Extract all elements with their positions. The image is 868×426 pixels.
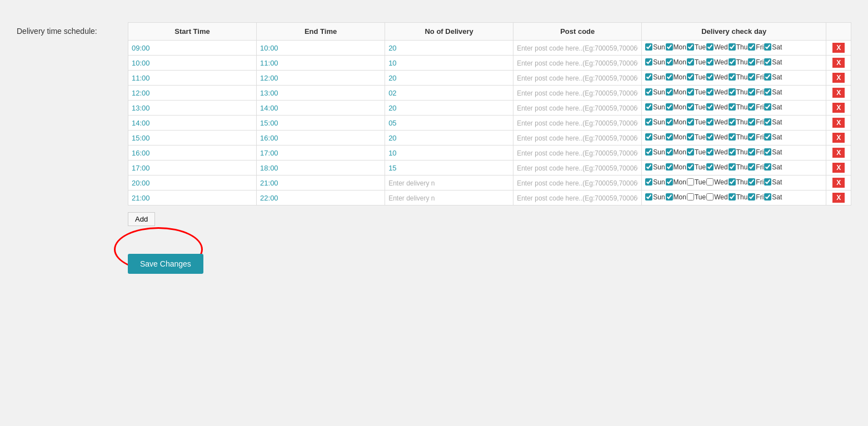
row-3-no-delivery-input[interactable] — [388, 89, 510, 97]
row-1-day-fri-checkbox[interactable] — [748, 58, 755, 66]
row-6-day-tue-checkbox[interactable] — [687, 133, 694, 141]
row-6-day-sun-checkbox[interactable] — [645, 133, 652, 141]
row-5-day-mon-checkbox[interactable] — [666, 118, 673, 126]
row-6-delete-button[interactable]: X — [832, 133, 845, 143]
row-1-delete-button[interactable]: X — [832, 58, 845, 68]
row-8-day-wed-checkbox[interactable] — [706, 163, 714, 171]
row-10-start-time[interactable] — [128, 191, 257, 206]
row-8-start-time[interactable] — [128, 161, 257, 176]
row-8-end-time-input[interactable] — [260, 164, 381, 172]
row-2-end-time-input[interactable] — [260, 74, 381, 82]
row-4-day-tue-checkbox[interactable] — [687, 103, 694, 111]
row-6-day-sat-checkbox[interactable] — [764, 133, 771, 141]
row-7-start-time-input[interactable] — [132, 149, 253, 157]
save-button[interactable]: Save Changes — [128, 254, 203, 274]
row-8-start-time-input[interactable] — [132, 164, 253, 172]
row-7-postcode-input[interactable] — [517, 149, 638, 157]
row-6-day-fri-checkbox[interactable] — [748, 133, 755, 141]
row-9-no-delivery-input[interactable] — [388, 179, 510, 187]
row-4-end-time[interactable] — [257, 101, 385, 116]
row-3-no-delivery[interactable] — [385, 86, 513, 101]
row-0-postcode-input[interactable] — [517, 44, 638, 52]
row-4-no-delivery-input[interactable] — [388, 104, 510, 112]
row-0-no-delivery[interactable] — [385, 41, 513, 56]
row-6-day-mon-checkbox[interactable] — [666, 133, 673, 141]
row-0-day-wed-checkbox[interactable] — [706, 43, 714, 51]
row-8-day-sat-checkbox[interactable] — [764, 163, 771, 171]
row-5-day-wed-checkbox[interactable] — [706, 118, 714, 126]
row-4-no-delivery[interactable] — [385, 101, 513, 116]
row-1-no-delivery-input[interactable] — [388, 59, 510, 67]
row-4-postcode-input[interactable] — [517, 104, 638, 112]
row-2-end-time[interactable] — [257, 71, 385, 86]
row-8-day-sun-checkbox[interactable] — [645, 163, 652, 171]
row-7-day-wed-checkbox[interactable] — [706, 148, 714, 156]
row-4-day-sat-checkbox[interactable] — [764, 103, 771, 111]
row-3-day-sun-checkbox[interactable] — [645, 88, 652, 96]
row-5-end-time-input[interactable] — [260, 119, 381, 127]
row-1-day-thu-checkbox[interactable] — [729, 58, 736, 66]
row-7-no-delivery[interactable] — [385, 146, 513, 161]
row-0-start-time[interactable] — [128, 41, 257, 56]
row-1-day-sat-checkbox[interactable] — [764, 58, 771, 66]
row-10-day-thu-checkbox[interactable] — [729, 193, 736, 201]
row-3-day-thu-checkbox[interactable] — [729, 88, 736, 96]
row-9-postcode-input[interactable] — [517, 179, 638, 187]
row-1-day-sun-checkbox[interactable] — [645, 58, 652, 66]
row-2-day-mon-checkbox[interactable] — [666, 73, 673, 81]
row-9-day-thu-checkbox[interactable] — [729, 178, 736, 186]
row-5-start-time-input[interactable] — [132, 119, 253, 127]
row-10-day-sat-checkbox[interactable] — [764, 193, 771, 201]
row-5-day-thu-checkbox[interactable] — [729, 118, 736, 126]
row-3-day-fri-checkbox[interactable] — [748, 88, 755, 96]
row-6-no-delivery[interactable] — [385, 131, 513, 146]
row-7-end-time[interactable] — [257, 146, 385, 161]
row-5-day-fri-checkbox[interactable] — [748, 118, 755, 126]
row-10-no-delivery[interactable] — [385, 191, 513, 206]
row-4-postcode[interactable] — [513, 101, 642, 116]
row-2-day-sat-checkbox[interactable] — [764, 73, 771, 81]
row-1-postcode[interactable] — [513, 56, 642, 71]
row-6-postcode-input[interactable] — [517, 134, 638, 142]
row-2-postcode-input[interactable] — [517, 74, 638, 82]
row-4-start-time-input[interactable] — [132, 104, 253, 112]
row-9-start-time-input[interactable] — [132, 179, 253, 187]
row-0-start-time-input[interactable] — [132, 44, 253, 52]
row-0-postcode[interactable] — [513, 41, 642, 56]
row-0-day-tue-checkbox[interactable] — [687, 43, 694, 51]
row-0-delete-button[interactable]: X — [832, 43, 845, 53]
row-9-day-tue-checkbox[interactable] — [687, 178, 694, 186]
row-10-postcode[interactable] — [513, 191, 642, 206]
row-10-end-time[interactable] — [257, 191, 385, 206]
row-5-postcode[interactable] — [513, 116, 642, 131]
row-0-day-mon-checkbox[interactable] — [666, 43, 673, 51]
row-5-day-sat-checkbox[interactable] — [764, 118, 771, 126]
row-0-day-sat-checkbox[interactable] — [764, 43, 771, 51]
add-button[interactable]: Add — [128, 212, 155, 226]
row-3-delete-button[interactable]: X — [832, 88, 845, 98]
row-8-end-time[interactable] — [257, 161, 385, 176]
row-8-day-tue-checkbox[interactable] — [687, 163, 694, 171]
row-6-start-time-input[interactable] — [132, 134, 253, 142]
row-9-delete-button[interactable]: X — [832, 178, 845, 188]
row-10-delete-button[interactable]: X — [832, 193, 845, 203]
row-9-day-fri-checkbox[interactable] — [748, 178, 755, 186]
row-5-delete-button[interactable]: X — [832, 118, 845, 128]
row-1-day-tue-checkbox[interactable] — [687, 58, 694, 66]
row-7-day-mon-checkbox[interactable] — [666, 148, 673, 156]
row-5-no-delivery[interactable] — [385, 116, 513, 131]
row-4-day-thu-checkbox[interactable] — [729, 103, 736, 111]
row-7-no-delivery-input[interactable] — [388, 149, 510, 157]
row-0-no-delivery-input[interactable] — [388, 44, 510, 52]
row-6-end-time[interactable] — [257, 131, 385, 146]
row-10-day-wed-checkbox[interactable] — [706, 193, 714, 201]
row-3-end-time[interactable] — [257, 86, 385, 101]
row-9-day-sun-checkbox[interactable] — [645, 178, 652, 186]
row-8-no-delivery-input[interactable] — [388, 164, 510, 172]
row-4-day-mon-checkbox[interactable] — [666, 103, 673, 111]
row-0-end-time[interactable] — [257, 41, 385, 56]
row-1-postcode-input[interactable] — [517, 59, 638, 67]
row-3-day-mon-checkbox[interactable] — [666, 88, 673, 96]
row-2-day-wed-checkbox[interactable] — [706, 73, 714, 81]
row-10-day-fri-checkbox[interactable] — [748, 193, 755, 201]
